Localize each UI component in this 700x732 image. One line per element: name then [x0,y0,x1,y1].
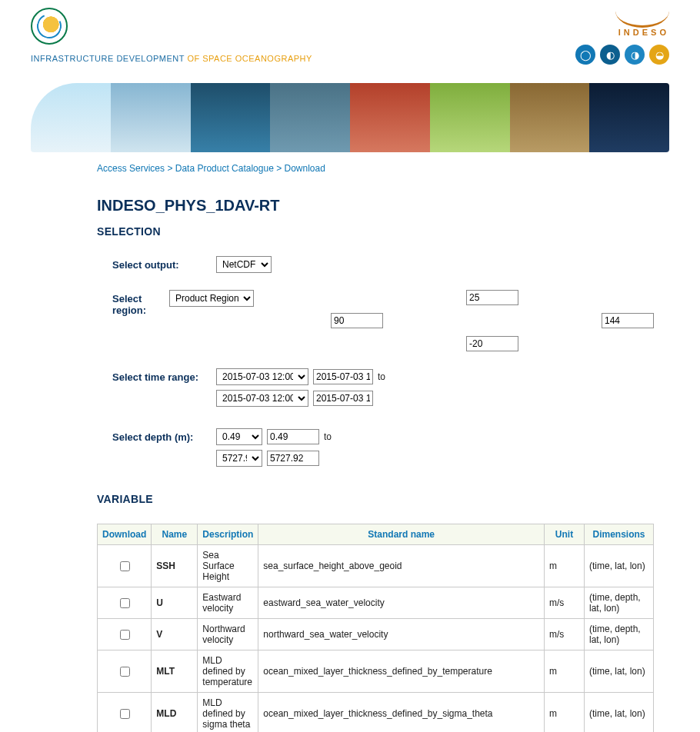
table-row: UEastward velocityeastward_sea_water_vel… [98,587,654,619]
output-label: Select output: [97,256,216,271]
indeso-swoosh [615,8,669,28]
table-row: MLDMLD defined by sigma thetaocean_mixed… [98,693,654,733]
cell-desc: MLD defined by temperature [198,650,258,693]
crumb-sep: > [276,163,284,174]
th-download: Download [98,524,152,545]
cell-standard: ocean_mixed_layer_thickness_defined_by_t… [258,650,545,693]
depth-from-select[interactable]: 0.49 [216,428,262,445]
tagline-a: INFRASTRUCTURE DEVELOPMENT [31,54,185,63]
cell-dim: (time, lat, lon) [585,545,654,587]
cell-standard: eastward_sea_water_velocity [258,587,545,619]
cell-desc: Northward velocity [198,619,258,650]
th-name: Name [152,524,198,545]
download-checkbox[interactable] [120,561,130,571]
depth-to-label: to [324,431,332,442]
cell-dim: (time, depth, lat, lon) [585,587,654,619]
th-standard: Standard name [258,524,545,545]
app-logo [31,8,68,45]
cell-dim: (time, depth, lat, lon) [585,619,654,650]
table-row: SSHSea Surface Heightsea_surface_height_… [98,545,654,587]
download-checkbox[interactable] [120,598,130,608]
crumb-catalogue[interactable]: Data Product Catalogue [175,163,274,174]
depth-to-select[interactable]: 5727.92 [216,450,262,467]
download-checkbox[interactable] [120,709,130,719]
nav-icon-1[interactable]: ◯ [575,45,595,65]
cell-unit: m [545,650,585,693]
cell-unit: m [545,545,585,587]
cell-name: U [152,587,198,619]
depth-label: Select depth (m): [97,428,216,443]
cell-desc: MLD defined by sigma theta [198,693,258,733]
page-title: INDESO_PHYS_1DAV-RT [97,197,654,215]
cell-name: SSH [152,545,198,587]
cell-unit: m [545,693,585,733]
nav-icon-2[interactable]: ◐ [600,45,620,65]
region-south-input[interactable] [466,336,518,351]
cell-desc: Eastward velocity [198,587,258,619]
cell-dim: (time, lat, lon) [585,650,654,693]
region-north-input[interactable] [466,290,518,305]
breadcrumb: Access Services > Data Product Catalogue… [97,163,654,174]
variable-table: Download Name Description Standard name … [97,524,654,732]
region-select[interactable]: Product Region [169,290,254,307]
download-checkbox[interactable] [120,667,130,677]
table-row: MLTMLD defined by temperatureocean_mixed… [98,650,654,693]
th-desc: Description [198,524,258,545]
download-checkbox[interactable] [120,630,130,640]
nav-icon-3[interactable]: ◑ [625,45,645,65]
selection-heading: SELECTION [97,225,654,238]
brand-tagline: INFRASTRUCTURE DEVELOPMENT OF SPACE OCEA… [31,54,312,63]
variable-heading: VARIABLE [97,493,654,505]
th-unit: Unit [545,524,585,545]
crumb-download[interactable]: Download [285,163,325,174]
time-label: Select time range: [97,368,216,383]
cell-standard: northward_sea_water_velocity [258,619,545,650]
th-dim: Dimensions [585,524,654,545]
table-row: VNorthward velocitynorthward_sea_water_v… [98,619,654,650]
crumb-sep: > [167,163,175,174]
output-select[interactable]: NetCDF [216,256,272,273]
depth-to-input[interactable] [267,451,319,466]
crumb-access-services[interactable]: Access Services [97,163,165,174]
cell-unit: m/s [545,619,585,650]
indeso-wordmark: INDESO [575,28,669,37]
nav-icon-4[interactable]: ◒ [649,45,669,65]
region-label: Select region: [97,290,169,316]
time-to-label: to [378,371,385,382]
depth-from-input[interactable] [267,429,319,444]
cell-name: MLD [152,693,198,733]
cell-unit: m/s [545,587,585,619]
time-to-select[interactable]: 2015-07-03 12:00:00 [216,390,308,407]
cell-desc: Sea Surface Height [198,545,258,587]
region-east-input[interactable] [602,313,654,328]
hero-banner [31,83,669,152]
time-to-input[interactable] [313,391,373,406]
time-from-select[interactable]: 2015-07-03 12:00:00 [216,368,308,385]
cell-dim: (time, lat, lon) [585,693,654,733]
cell-standard: sea_surface_height_above_geoid [258,545,545,587]
cell-standard: ocean_mixed_layer_thickness_defined_by_s… [258,693,545,733]
cell-name: V [152,619,198,650]
time-from-input[interactable] [313,369,373,384]
region-west-input[interactable] [331,313,383,328]
tagline-b: OF SPACE OCEANOGRAPHY [187,54,312,63]
cell-name: MLT [152,650,198,693]
